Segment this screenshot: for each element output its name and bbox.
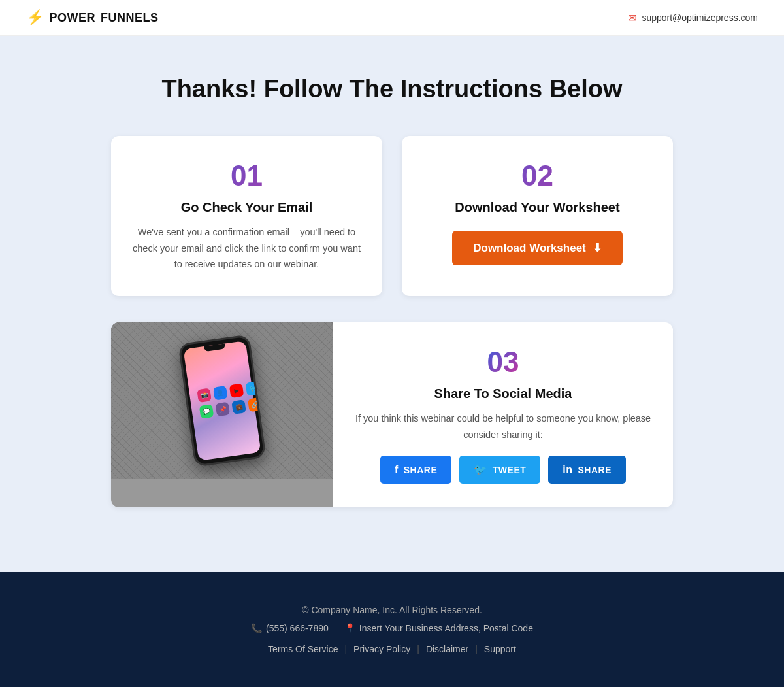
footer-address: Insert Your Business Address, Postal Cod… — [359, 623, 533, 633]
step3-card: 📸 👤 ▶ 🐦 💬 📌 💼 🔗 03 Share To — [111, 322, 673, 507]
footer-link-disclaimer[interactable]: Disclaimer — [426, 644, 468, 654]
linkedin-share-button[interactable]: in SHARE — [548, 456, 626, 484]
header: ⚡ POWERFUNNELS ✉ support@optimizepress.c… — [0, 0, 784, 36]
facebook-share-label: SHARE — [404, 465, 438, 475]
separator-1: | — [344, 644, 347, 654]
main-content: Thanks! Follow The Instructions Below 01… — [0, 36, 784, 572]
twitter-tweet-label: TWEET — [493, 465, 527, 475]
footer-link-support[interactable]: Support — [484, 644, 516, 654]
footer-contact: 📞 (555) 666-7890 📍 Insert Your Business … — [26, 623, 758, 633]
step3-text: If you think this webinar could be helpf… — [353, 411, 653, 443]
footer: © Company Name, Inc. All Rights Reserved… — [0, 572, 784, 687]
separator-2: | — [417, 644, 419, 654]
footer-phone-container: 📞 (555) 666-7890 — [251, 623, 329, 633]
step2-number: 02 — [421, 160, 653, 192]
separator-3: | — [475, 644, 478, 654]
footer-phone: (555) 666-7890 — [266, 623, 329, 633]
footer-address-container: 📍 Insert Your Business Address, Postal C… — [344, 623, 533, 633]
download-icon: ⬇ — [593, 241, 602, 255]
footer-link-privacy[interactable]: Privacy Policy — [353, 644, 410, 654]
facebook-icon: f — [395, 464, 399, 476]
download-button-label: Download Worksheet — [473, 242, 586, 255]
step3-title: Share To Social Media — [434, 386, 572, 401]
step3-number: 03 — [487, 346, 519, 378]
location-icon: 📍 — [344, 623, 355, 633]
step3-image: 📸 👤 ▶ 🐦 💬 📌 💼 🔗 — [111, 322, 333, 507]
phone-icon: 📞 — [251, 623, 262, 633]
footer-copyright: © Company Name, Inc. All Rights Reserved… — [26, 605, 758, 615]
step1-number: 01 — [131, 160, 363, 192]
header-support: ✉ support@optimizepress.com — [628, 12, 758, 24]
linkedin-icon: in — [563, 464, 572, 476]
facebook-share-button[interactable]: f SHARE — [380, 456, 451, 484]
page-title: Thanks! Follow The Instructions Below — [26, 75, 758, 103]
linkedin-share-label: SHARE — [578, 465, 612, 475]
logo-power: POWER — [50, 11, 96, 25]
step1-text: We've sent you a confirmation email – yo… — [131, 224, 363, 273]
cards-row-1: 01 Go Check Your Email We've sent you a … — [111, 136, 673, 296]
support-email: support@optimizepress.com — [642, 12, 758, 23]
bolt-icon: ⚡ — [26, 9, 44, 26]
footer-link-terms[interactable]: Terms Of Service — [268, 644, 338, 654]
step2-title: Download Your Worksheet — [421, 200, 653, 215]
logo: ⚡ POWERFUNNELS — [26, 9, 159, 26]
twitter-icon: 🐦 — [474, 463, 487, 476]
step2-card: 02 Download Your Worksheet Download Work… — [402, 136, 673, 296]
step1-card: 01 Go Check Your Email We've sent you a … — [111, 136, 382, 296]
step3-content: 03 Share To Social Media If you think th… — [333, 322, 673, 507]
download-worksheet-button[interactable]: Download Worksheet ⬇ — [452, 231, 623, 265]
logo-funnels: FUNNELS — [101, 11, 159, 25]
footer-links: Terms Of Service | Privacy Policy | Disc… — [26, 644, 758, 654]
email-icon: ✉ — [628, 12, 636, 24]
step1-title: Go Check Your Email — [131, 200, 363, 215]
social-buttons: f SHARE 🐦 TWEET in SHARE — [380, 456, 626, 484]
twitter-tweet-button[interactable]: 🐦 TWEET — [459, 456, 540, 484]
